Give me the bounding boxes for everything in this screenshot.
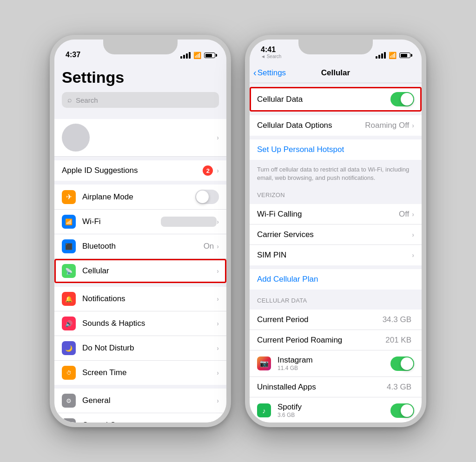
chevron-icon: › (217, 134, 219, 141)
current-period-roaming-value: 201 KB (385, 336, 411, 345)
back-chevron-icon: ‹ (253, 67, 257, 78)
cellular-icon: 📡 (62, 264, 76, 278)
nav-bar: ‹ Settings Cellular (250, 63, 422, 83)
nav-back-label: Settings (258, 68, 286, 78)
wifi-row[interactable]: 📶 Wi-Fi › (54, 210, 226, 234)
control-center-icon: ▦ (62, 418, 76, 422)
cellular-data-items-group: Current Period 34.3 GB Current Period Ro… (250, 310, 422, 422)
instagram-sub: 11.4 GB (278, 365, 390, 371)
apple-id-suggestions-row[interactable]: Apple ID Suggestions 2 › (54, 160, 226, 181)
current-period-label: Current Period (257, 315, 383, 324)
instagram-row[interactable]: 📷 Instagram 11.4 GB (250, 350, 422, 377)
badge: 2 (203, 165, 213, 176)
cellular-data-toggle[interactable] (390, 92, 414, 106)
search-bar[interactable]: Search (62, 92, 219, 108)
bluetooth-value: On (204, 242, 214, 251)
current-period-value: 34.3 GB (383, 315, 411, 324)
instagram-toggle[interactable] (390, 356, 414, 371)
notch-right (300, 40, 372, 53)
instagram-icon: 📷 (257, 356, 271, 370)
avatar (62, 124, 90, 152)
search-placeholder: Search (76, 96, 98, 104)
hotspot-row[interactable]: Set Up Personal Hotspot (250, 139, 422, 160)
control-center-label: Control Center (82, 421, 217, 422)
uninstalled-apps-label: Uninstalled Apps (257, 383, 387, 392)
cellular-data-options-value: Roaming Off (365, 121, 409, 130)
spotify-sub: 3.6 GB (278, 412, 390, 418)
screentime-row[interactable]: ⏱ Screen Time › (54, 361, 226, 385)
add-plan-group: Add Cellular Plan (250, 269, 422, 290)
chevron-icon: › (217, 344, 219, 352)
spotify-toggle[interactable] (390, 403, 414, 418)
spotify-icon: ♪ (257, 403, 271, 417)
chevron-icon: › (217, 397, 219, 404)
settings-list: › Apple ID Suggestions 2 › (54, 115, 226, 422)
notifications-row[interactable]: 🔔 Notifications › (54, 287, 226, 311)
sim-pin-label: SIM PIN (257, 251, 412, 260)
wifi-icon-right: 📶 (389, 52, 397, 59)
cellular-data-group: Cellular Data (250, 87, 422, 112)
wifi-calling-row[interactable]: Wi-Fi Calling Off › (250, 204, 422, 224)
airplane-toggle[interactable] (195, 190, 219, 204)
spotify-row[interactable]: ♪ Spotify 3.6 GB (250, 397, 422, 422)
cellular-label: Cellular (82, 266, 217, 276)
airplane-mode-row[interactable]: ✈ Airplane Mode (54, 185, 226, 210)
nav-back-button[interactable]: ‹ Settings (253, 67, 286, 78)
battery-icon-right (399, 53, 410, 58)
notifications-label: Notifications (82, 294, 217, 304)
wifi-calling-value: Off (399, 210, 409, 219)
status-time-right: 4:41 (261, 46, 276, 54)
bluetooth-row[interactable]: ⬛ Bluetooth On › (54, 234, 226, 259)
sounds-icon: 🔊 (62, 317, 76, 330)
general-row[interactable]: ⚙ General › (54, 389, 226, 413)
apple-id-suggestions-label: Apple ID Suggestions (62, 166, 203, 175)
instagram-label: Instagram (278, 356, 390, 365)
signal-icon-right (376, 52, 386, 59)
instagram-info: Instagram 11.4 GB (278, 356, 390, 371)
chevron-icon: › (217, 167, 219, 174)
verizon-header: VERIZON (250, 188, 422, 200)
nav-title: Cellular (321, 68, 350, 78)
chevron-icon: › (217, 295, 219, 303)
sounds-row[interactable]: 🔊 Sounds & Haptics › (54, 311, 226, 336)
status-bar-right: 4:41 ◄ Search 📶 (250, 40, 422, 63)
screentime-label: Screen Time (82, 368, 217, 377)
bluetooth-label: Bluetooth (82, 242, 204, 251)
cellular-data-options-row[interactable]: Cellular Data Options Roaming Off › (250, 115, 422, 136)
cellular-row[interactable]: 📡 Cellular › (54, 259, 226, 283)
chevron-icon: › (412, 231, 414, 238)
cellular-data-row[interactable]: Cellular Data (250, 87, 422, 112)
carrier-services-row[interactable]: Carrier Services › (250, 224, 422, 245)
general-icon: ⚙ (62, 394, 76, 408)
chevron-icon: › (217, 218, 219, 225)
apple-id-row[interactable]: › (54, 119, 226, 157)
wifi-label: Wi-Fi (82, 217, 161, 226)
control-center-row[interactable]: ▦ Control Center › (54, 413, 226, 422)
hotspot-label: Set Up Personal Hotspot (257, 145, 344, 154)
notch-left (105, 40, 177, 53)
chevron-icon: › (217, 243, 219, 250)
airplane-mode-label: Airplane Mode (82, 192, 195, 202)
notifications-icon: 🔔 (62, 292, 76, 306)
cellular-footer: Turn off cellular data to restrict all d… (250, 164, 422, 188)
cellular-data-options-label: Cellular Data Options (257, 121, 365, 130)
dnd-row[interactable]: 🌙 Do Not Disturb › (54, 336, 226, 361)
general-label: General (82, 396, 217, 405)
add-cellular-plan-row[interactable]: Add Cellular Plan (250, 269, 422, 290)
spotify-info: Spotify 3.6 GB (278, 403, 390, 418)
chevron-icon: › (217, 422, 219, 422)
sim-pin-row[interactable]: SIM PIN › (250, 245, 422, 265)
apple-id-suggestions-group: Apple ID Suggestions 2 › (54, 160, 226, 181)
wifi-icon: 📶 (62, 215, 76, 229)
uninstalled-apps-row: Uninstalled Apps 4.3 GB (250, 377, 422, 397)
dnd-icon: 🌙 (62, 341, 76, 355)
current-period-roaming-row: Current Period Roaming 201 KB (250, 330, 422, 350)
airplane-mode-icon: ✈ (62, 190, 76, 204)
status-bar-left: 4:37 📶 (54, 40, 226, 63)
chevron-icon: › (217, 267, 219, 275)
cellular-content: Cellular Data Cellular Data Options Roam… (250, 83, 422, 422)
chevron-icon: › (217, 320, 219, 327)
apple-id-group: › (54, 119, 226, 157)
screentime-icon: ⏱ (62, 366, 76, 380)
verizon-group: Wi-Fi Calling Off › Carrier Services › S… (250, 204, 422, 265)
